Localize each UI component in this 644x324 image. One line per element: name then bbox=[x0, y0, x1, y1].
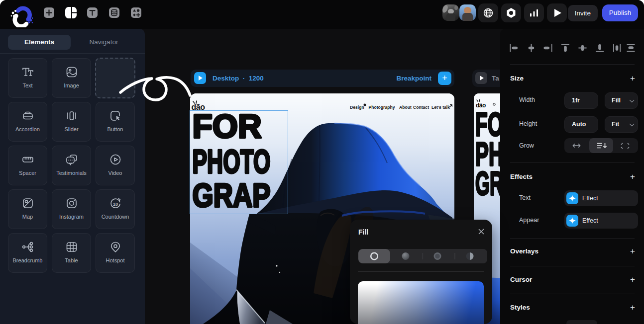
svg-text:10: 10 bbox=[112, 202, 117, 207]
svg-text:Photography: Photography bbox=[369, 105, 395, 110]
svg-text:dão: dão bbox=[476, 102, 486, 109]
svg-text:GR: GR bbox=[475, 165, 500, 202]
svg-text:Contact: Contact bbox=[413, 105, 429, 110]
svg-text:About: About bbox=[399, 105, 412, 110]
svg-text:Let’s talk: Let’s talk bbox=[431, 105, 450, 110]
svg-text:Design: Design bbox=[350, 105, 364, 110]
